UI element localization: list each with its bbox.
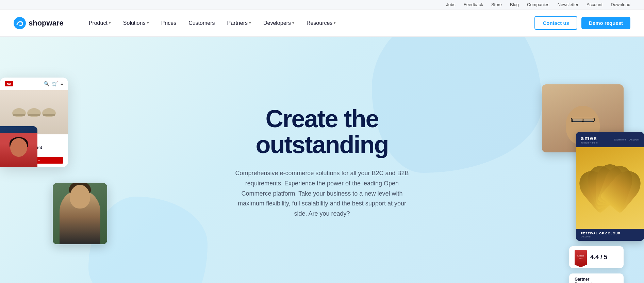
fan-decoration xyxy=(579,157,641,219)
hero-right: ames furniture + more Storefront Account xyxy=(535,71,644,275)
person-card-overlay xyxy=(53,183,107,244)
logo-text: shopware xyxy=(29,19,64,28)
ames-nav-account[interactable]: Account xyxy=(629,138,639,141)
ames-card-header: ames furniture + more Storefront Account xyxy=(576,132,644,147)
contact-button[interactable]: Contact us xyxy=(534,16,577,30)
leader-badge-icon: Leader 2022 xyxy=(575,250,587,265)
mock-phone-icons: 🔍 🛒 ≡ xyxy=(44,81,63,86)
chevron-down-icon: ▾ xyxy=(334,21,336,25)
utility-bar: Jobs Feedback Store Blog Companies Newsl… xyxy=(0,0,644,10)
rating-info: 4.4 / 5 xyxy=(590,254,607,261)
gartner-brand: Gartner xyxy=(575,277,618,282)
shoe-2 xyxy=(27,108,41,117)
shoes-display xyxy=(12,108,56,117)
utility-link-feedback[interactable]: Feedback xyxy=(464,2,483,7)
hero-left-mockup: NB 🔍 🛒 ≡ NB Familiar but different xyxy=(0,78,75,167)
svg-point-0 xyxy=(14,17,26,29)
nav-item-customers[interactable]: Customers xyxy=(184,17,219,29)
smile-head xyxy=(10,138,27,157)
hero-center: Create the outstanding Comprehensive e-c… xyxy=(227,106,417,219)
rating-number: 4.4 / 5 xyxy=(590,254,607,261)
person-head xyxy=(70,185,90,209)
nav-item-resources[interactable]: Resources ▾ xyxy=(302,17,341,29)
utility-link-blog[interactable]: Blog xyxy=(510,2,519,7)
nav-item-prices[interactable]: Prices xyxy=(156,17,181,29)
shopware-logo-icon xyxy=(14,17,26,29)
smile-person xyxy=(7,136,31,167)
chevron-down-icon: ▾ xyxy=(249,21,251,25)
ames-fan-image xyxy=(576,147,644,229)
bottom-person-card xyxy=(0,126,37,167)
chevron-down-icon: ▾ xyxy=(109,21,111,25)
shoe-1 xyxy=(12,108,26,117)
cart-icon: 🛒 xyxy=(52,81,58,86)
nav-item-solutions[interactable]: Solutions ▾ xyxy=(118,17,154,29)
ames-nav-storefront[interactable]: Storefront xyxy=(614,138,626,141)
nav-item-product[interactable]: Product ▾ xyxy=(84,17,116,29)
ames-nav-items: Storefront Account xyxy=(614,138,639,141)
hero-subtext: Comprehensive e-commerce solutions for a… xyxy=(234,168,411,219)
festival-label: FESTIVAL OF COLOUR xyxy=(581,232,621,235)
hero-headline: Create the outstanding xyxy=(234,106,411,157)
peer-insights-label: Peer Insights xyxy=(575,282,618,283)
main-nav: shopware Product ▾ Solutions ▾ Prices Cu… xyxy=(0,10,644,37)
leader-year: 2022 xyxy=(579,257,582,260)
utility-link-jobs[interactable]: Jobs xyxy=(446,2,455,7)
hero-section: NB 🔍 🛒 ≡ NB Familiar but different xyxy=(0,37,644,283)
person-silhouette xyxy=(60,190,100,244)
search-icon: 🔍 xyxy=(44,81,49,86)
utility-link-newsletter[interactable]: Newsletter xyxy=(558,2,578,7)
ames-brand-name: ames xyxy=(581,135,598,142)
ames-product-card: ames furniture + more Storefront Account xyxy=(576,132,644,241)
menu-icon: ≡ xyxy=(61,81,63,86)
nb-brand-logo: NB xyxy=(5,81,13,86)
ames-card-footer: FESTIVAL OF COLOUR Discover xyxy=(576,229,644,241)
demo-request-button[interactable]: Demo request xyxy=(581,17,630,29)
gartner-peer-insights: Gartner Peer Insights 4.4 / 5 xyxy=(569,273,624,283)
nav-actions: Contact us Demo request xyxy=(534,16,630,30)
ames-logo-area: ames furniture + more xyxy=(581,135,598,144)
discover-label[interactable]: Discover xyxy=(581,235,621,238)
gartner-badge: Leader 2022 4.4 / 5 xyxy=(569,246,624,268)
glasses-icon xyxy=(571,118,595,122)
bottom-person-inner xyxy=(0,133,37,167)
nav-item-partners[interactable]: Partners ▾ xyxy=(222,17,255,29)
chevron-down-icon: ▾ xyxy=(292,21,294,25)
leader-text: Leader xyxy=(577,255,584,257)
nav-links: Product ▾ Solutions ▾ Prices Customers P… xyxy=(84,17,535,29)
chevron-down-icon: ▾ xyxy=(147,21,149,25)
mock-phone-header: NB 🔍 🛒 ≡ xyxy=(0,78,68,90)
festival-info: FESTIVAL OF COLOUR Discover xyxy=(581,232,621,238)
utility-link-companies[interactable]: Companies xyxy=(527,2,549,7)
shoe-3 xyxy=(42,108,56,117)
ames-tagline: furniture + more xyxy=(581,142,598,144)
nav-item-developers[interactable]: Developers ▾ xyxy=(259,17,299,29)
utility-link-download[interactable]: Download xyxy=(611,2,630,7)
utility-link-account[interactable]: Account xyxy=(587,2,602,7)
utility-link-store[interactable]: Store xyxy=(491,2,502,7)
logo[interactable]: shopware xyxy=(14,17,64,29)
